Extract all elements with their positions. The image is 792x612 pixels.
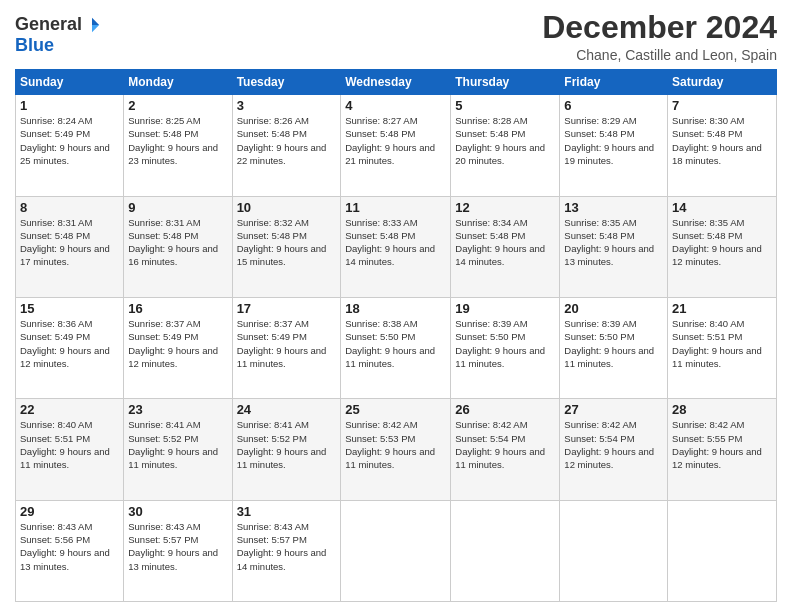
day-number: 31 — [237, 504, 337, 519]
table-row: 27Sunrise: 8:42 AMSunset: 5:54 PMDayligh… — [560, 399, 668, 500]
day-info: Sunrise: 8:35 AMSunset: 5:48 PMDaylight:… — [564, 216, 663, 269]
daylight-text: Daylight: 9 hours and 21 minutes. — [345, 142, 435, 166]
table-row: 28Sunrise: 8:42 AMSunset: 5:55 PMDayligh… — [668, 399, 777, 500]
table-row: 26Sunrise: 8:42 AMSunset: 5:54 PMDayligh… — [451, 399, 560, 500]
sunset-text: Sunset: 5:54 PM — [455, 433, 525, 444]
table-row — [560, 500, 668, 601]
sunset-text: Sunset: 5:48 PM — [20, 230, 90, 241]
daylight-text: Daylight: 9 hours and 13 minutes. — [128, 547, 218, 571]
sunset-text: Sunset: 5:54 PM — [564, 433, 634, 444]
sunset-text: Sunset: 5:48 PM — [455, 128, 525, 139]
table-row: 25Sunrise: 8:42 AMSunset: 5:53 PMDayligh… — [341, 399, 451, 500]
title-block: December 2024 Chane, Castille and Leon, … — [542, 10, 777, 63]
day-number: 2 — [128, 98, 227, 113]
sunrise-text: Sunrise: 8:29 AM — [564, 115, 636, 126]
sunrise-text: Sunrise: 8:41 AM — [237, 419, 309, 430]
daylight-text: Daylight: 9 hours and 11 minutes. — [564, 345, 654, 369]
day-number: 28 — [672, 402, 772, 417]
day-number: 15 — [20, 301, 119, 316]
daylight-text: Daylight: 9 hours and 11 minutes. — [345, 345, 435, 369]
day-info: Sunrise: 8:24 AMSunset: 5:49 PMDaylight:… — [20, 114, 119, 167]
header-tuesday: Tuesday — [232, 70, 341, 95]
table-row: 24Sunrise: 8:41 AMSunset: 5:52 PMDayligh… — [232, 399, 341, 500]
table-row: 3Sunrise: 8:26 AMSunset: 5:48 PMDaylight… — [232, 95, 341, 196]
day-number: 30 — [128, 504, 227, 519]
daylight-text: Daylight: 9 hours and 11 minutes. — [345, 446, 435, 470]
location: Chane, Castille and Leon, Spain — [542, 47, 777, 63]
table-row: 5Sunrise: 8:28 AMSunset: 5:48 PMDaylight… — [451, 95, 560, 196]
sunrise-text: Sunrise: 8:37 AM — [237, 318, 309, 329]
sunset-text: Sunset: 5:48 PM — [345, 128, 415, 139]
calendar-week-row: 15Sunrise: 8:36 AMSunset: 5:49 PMDayligh… — [16, 297, 777, 398]
table-row: 6Sunrise: 8:29 AMSunset: 5:48 PMDaylight… — [560, 95, 668, 196]
svg-marker-0 — [92, 17, 99, 24]
daylight-text: Daylight: 9 hours and 12 minutes. — [564, 446, 654, 470]
daylight-text: Daylight: 9 hours and 14 minutes. — [345, 243, 435, 267]
daylight-text: Daylight: 9 hours and 19 minutes. — [564, 142, 654, 166]
day-info: Sunrise: 8:43 AMSunset: 5:56 PMDaylight:… — [20, 520, 119, 573]
header-saturday: Saturday — [668, 70, 777, 95]
daylight-text: Daylight: 9 hours and 12 minutes. — [128, 345, 218, 369]
table-row: 4Sunrise: 8:27 AMSunset: 5:48 PMDaylight… — [341, 95, 451, 196]
sunset-text: Sunset: 5:49 PM — [237, 331, 307, 342]
day-info: Sunrise: 8:38 AMSunset: 5:50 PMDaylight:… — [345, 317, 446, 370]
svg-marker-1 — [92, 25, 99, 32]
sunset-text: Sunset: 5:55 PM — [672, 433, 742, 444]
day-info: Sunrise: 8:37 AMSunset: 5:49 PMDaylight:… — [237, 317, 337, 370]
sunrise-text: Sunrise: 8:27 AM — [345, 115, 417, 126]
calendar-table: Sunday Monday Tuesday Wednesday Thursday… — [15, 69, 777, 602]
daylight-text: Daylight: 9 hours and 23 minutes. — [128, 142, 218, 166]
day-info: Sunrise: 8:33 AMSunset: 5:48 PMDaylight:… — [345, 216, 446, 269]
day-number: 7 — [672, 98, 772, 113]
table-row: 12Sunrise: 8:34 AMSunset: 5:48 PMDayligh… — [451, 196, 560, 297]
sunset-text: Sunset: 5:48 PM — [237, 230, 307, 241]
day-info: Sunrise: 8:37 AMSunset: 5:49 PMDaylight:… — [128, 317, 227, 370]
daylight-text: Daylight: 9 hours and 18 minutes. — [672, 142, 762, 166]
day-number: 16 — [128, 301, 227, 316]
day-number: 5 — [455, 98, 555, 113]
page: General Blue December 2024 Chane, Castil… — [0, 0, 792, 612]
sunset-text: Sunset: 5:49 PM — [20, 331, 90, 342]
day-info: Sunrise: 8:43 AMSunset: 5:57 PMDaylight:… — [237, 520, 337, 573]
table-row: 22Sunrise: 8:40 AMSunset: 5:51 PMDayligh… — [16, 399, 124, 500]
table-row — [451, 500, 560, 601]
calendar-week-row: 22Sunrise: 8:40 AMSunset: 5:51 PMDayligh… — [16, 399, 777, 500]
table-row: 2Sunrise: 8:25 AMSunset: 5:48 PMDaylight… — [124, 95, 232, 196]
sunrise-text: Sunrise: 8:26 AM — [237, 115, 309, 126]
day-info: Sunrise: 8:39 AMSunset: 5:50 PMDaylight:… — [455, 317, 555, 370]
sunset-text: Sunset: 5:57 PM — [128, 534, 198, 545]
day-info: Sunrise: 8:30 AMSunset: 5:48 PMDaylight:… — [672, 114, 772, 167]
day-number: 20 — [564, 301, 663, 316]
sunset-text: Sunset: 5:48 PM — [345, 230, 415, 241]
day-number: 24 — [237, 402, 337, 417]
sunrise-text: Sunrise: 8:33 AM — [345, 217, 417, 228]
sunset-text: Sunset: 5:50 PM — [455, 331, 525, 342]
day-number: 14 — [672, 200, 772, 215]
day-info: Sunrise: 8:40 AMSunset: 5:51 PMDaylight:… — [20, 418, 119, 471]
daylight-text: Daylight: 9 hours and 11 minutes. — [672, 345, 762, 369]
day-number: 23 — [128, 402, 227, 417]
calendar-week-row: 29Sunrise: 8:43 AMSunset: 5:56 PMDayligh… — [16, 500, 777, 601]
table-row — [341, 500, 451, 601]
day-number: 25 — [345, 402, 446, 417]
month-title: December 2024 — [542, 10, 777, 45]
header-friday: Friday — [560, 70, 668, 95]
day-number: 6 — [564, 98, 663, 113]
day-info: Sunrise: 8:42 AMSunset: 5:55 PMDaylight:… — [672, 418, 772, 471]
daylight-text: Daylight: 9 hours and 14 minutes. — [455, 243, 545, 267]
day-info: Sunrise: 8:34 AMSunset: 5:48 PMDaylight:… — [455, 216, 555, 269]
daylight-text: Daylight: 9 hours and 11 minutes. — [20, 446, 110, 470]
sunset-text: Sunset: 5:57 PM — [237, 534, 307, 545]
day-number: 17 — [237, 301, 337, 316]
day-info: Sunrise: 8:32 AMSunset: 5:48 PMDaylight:… — [237, 216, 337, 269]
day-number: 18 — [345, 301, 446, 316]
header-sunday: Sunday — [16, 70, 124, 95]
day-info: Sunrise: 8:29 AMSunset: 5:48 PMDaylight:… — [564, 114, 663, 167]
sunrise-text: Sunrise: 8:38 AM — [345, 318, 417, 329]
table-row: 7Sunrise: 8:30 AMSunset: 5:48 PMDaylight… — [668, 95, 777, 196]
sunrise-text: Sunrise: 8:25 AM — [128, 115, 200, 126]
sunrise-text: Sunrise: 8:42 AM — [564, 419, 636, 430]
day-info: Sunrise: 8:41 AMSunset: 5:52 PMDaylight:… — [237, 418, 337, 471]
day-number: 29 — [20, 504, 119, 519]
header-wednesday: Wednesday — [341, 70, 451, 95]
